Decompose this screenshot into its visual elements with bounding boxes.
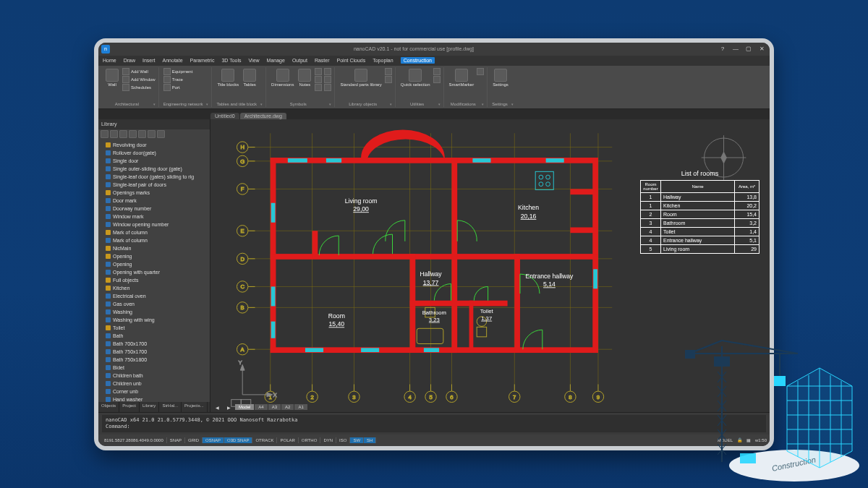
parts-library-button[interactable]: Standard parts library xyxy=(339,68,382,95)
panel-tab[interactable]: StrHal... xyxy=(159,402,182,412)
panel-tab[interactable]: Library xyxy=(140,402,159,412)
toolbar-icon[interactable] xyxy=(138,130,146,138)
tree-item[interactable]: Single-leaf pair of doors xyxy=(106,181,210,189)
tree-item[interactable]: Window mark xyxy=(106,213,210,221)
tab-manage[interactable]: Manage xyxy=(267,58,285,63)
tab-view[interactable]: View xyxy=(249,58,260,63)
tree-item[interactable]: Electrical oven xyxy=(106,292,210,300)
tree-item[interactable]: Window opening number xyxy=(106,221,210,228)
wall-button[interactable]: Wall xyxy=(104,68,120,95)
settings-button[interactable]: Settings xyxy=(492,68,509,95)
status-toggle[interactable]: O3D SNAP xyxy=(224,437,252,443)
tree-item[interactable]: Rollover door(gate) xyxy=(106,149,210,157)
status-toggle[interactable]: SNAP xyxy=(167,437,185,443)
status-toggle[interactable]: OTRACK xyxy=(252,437,277,443)
status-toggle[interactable]: POLAR xyxy=(277,437,298,443)
toolbar-icon[interactable] xyxy=(129,130,137,138)
tree-item[interactable]: Full objects xyxy=(106,276,210,284)
tree-item[interactable]: Kitchen xyxy=(106,284,210,292)
tab-annotate[interactable]: Annotate xyxy=(163,58,183,63)
tab-3dtools[interactable]: 3D Tools xyxy=(221,58,241,63)
toolbar-icon[interactable] xyxy=(157,130,165,138)
toolbar-icon[interactable] xyxy=(119,130,127,138)
tree-item[interactable]: Bath 750x1800 xyxy=(106,356,210,364)
tab-draw[interactable]: Draw xyxy=(124,58,135,63)
status-toggle[interactable]: OSNAP xyxy=(203,437,224,443)
scale-readout[interactable]: w1:50 xyxy=(755,438,767,442)
quick-selection-button[interactable]: Quick selection xyxy=(400,68,431,95)
tree-item[interactable]: Single outer-sliding door (gate) xyxy=(106,165,210,173)
tree-item[interactable]: Bath 700x1700 xyxy=(106,340,210,348)
tree-item[interactable]: Children bath xyxy=(106,372,210,380)
tree-item[interactable]: Door mark xyxy=(106,197,210,205)
add-wall-button[interactable]: Add Wall xyxy=(122,68,156,75)
tree-item[interactable]: Revolving door xyxy=(106,141,210,149)
doc-tab[interactable]: Untitled0 xyxy=(210,113,239,119)
status-toggle[interactable]: DYN xyxy=(320,437,336,443)
lock-icon[interactable]: 🔒 xyxy=(737,437,742,442)
maximize-button[interactable]: ▢ xyxy=(744,45,754,53)
layout-tab[interactable]: A2 xyxy=(281,404,294,410)
close-button[interactable]: ✕ xyxy=(757,45,767,53)
notes-button[interactable]: Notes xyxy=(297,68,312,95)
tree-item[interactable]: Toilet xyxy=(106,324,210,332)
status-toggle[interactable]: SW xyxy=(350,437,364,443)
smartmarker-button[interactable]: SmartMarker xyxy=(448,68,475,95)
tree-item[interactable]: Children unb xyxy=(106,380,210,388)
status-toggle[interactable]: ISO xyxy=(336,437,350,443)
toolbar-icon[interactable] xyxy=(101,130,109,138)
tree-item[interactable]: Opening xyxy=(106,260,210,268)
add-window-button[interactable]: Add Window xyxy=(122,76,156,83)
tab-raster[interactable]: Raster xyxy=(315,58,330,63)
layout-tab[interactable]: A4 xyxy=(255,404,267,410)
tree-item[interactable]: Mark of column xyxy=(106,236,210,244)
tree-item[interactable]: Washing xyxy=(106,308,210,316)
toolbar-icon[interactable] xyxy=(110,130,118,138)
tree-item[interactable]: NicMain xyxy=(106,244,210,252)
tab-topoplan[interactable]: Topoplan xyxy=(373,58,393,63)
tree-item[interactable]: Gas oven xyxy=(106,300,210,308)
panel-tab[interactable]: Objects xyxy=(98,402,119,412)
tab-parametric[interactable]: Parametric xyxy=(190,58,215,63)
tab-insert[interactable]: Insert xyxy=(142,58,156,63)
tab-home[interactable]: Home xyxy=(103,58,116,63)
tab-pointclouds[interactable]: Point Clouds xyxy=(337,58,366,63)
tree-item[interactable]: Opening with quarter xyxy=(106,268,210,276)
tree-item[interactable]: Doorway number xyxy=(106,205,210,213)
tree-item[interactable]: Bath 750x1700 xyxy=(106,348,210,356)
doc-tab[interactable]: Architecture.dwg xyxy=(240,113,286,119)
tree-item[interactable]: Hand washer xyxy=(106,395,210,402)
drawing-canvas[interactable]: 123456789 ABCDEFGH xyxy=(210,119,770,412)
library-tree[interactable]: Revolving doorRollover door(gate)Single … xyxy=(98,140,210,402)
tree-item[interactable]: Bath xyxy=(106,332,210,340)
layout-tab[interactable]: Model xyxy=(235,404,254,410)
layout-tab[interactable]: A1 xyxy=(294,404,307,410)
dimensions-button[interactable]: Dimensions xyxy=(271,68,294,95)
layers-icon[interactable]: ▦ xyxy=(746,437,751,442)
tree-item[interactable]: Washing with wing xyxy=(106,316,210,324)
equipment-button[interactable]: Equipment xyxy=(163,68,193,75)
panel-tab[interactable]: Projects... xyxy=(182,402,208,412)
panel-tab[interactable]: Project xyxy=(119,402,140,412)
tree-item[interactable]: Openings marks xyxy=(106,189,210,197)
status-toggle[interactable]: ORTHO xyxy=(299,437,321,443)
port-button[interactable]: Port xyxy=(163,84,193,91)
title-blocks-button[interactable]: Title blocks xyxy=(216,68,239,95)
tab-output[interactable]: Output xyxy=(292,58,307,63)
minimize-button[interactable]: — xyxy=(731,45,741,53)
tree-item[interactable]: Opening xyxy=(106,252,210,260)
layout-tab[interactable]: A3 xyxy=(268,404,281,410)
tables-button[interactable]: Tables xyxy=(242,68,258,95)
command-line[interactable]: nanoCAD x64 21.0 21.0.5779.3448, © 2021 … xyxy=(102,415,766,432)
toolbar-icon[interactable] xyxy=(148,130,156,138)
status-toggle[interactable]: SH xyxy=(364,437,376,443)
tree-item[interactable]: Corner unb xyxy=(106,388,210,395)
help-button[interactable]: ? xyxy=(718,45,728,53)
tree-item[interactable]: Single-leaf door (gates) sliding to rig xyxy=(106,173,210,181)
trace-button[interactable]: Trace xyxy=(163,76,193,83)
tree-item[interactable]: Bidet xyxy=(106,364,210,372)
modelspace-label[interactable]: MODEL xyxy=(718,438,733,442)
status-toggle[interactable]: GRID xyxy=(185,437,203,443)
tab-construction[interactable]: Construction xyxy=(401,57,435,64)
tree-item[interactable]: Single door xyxy=(106,157,210,165)
